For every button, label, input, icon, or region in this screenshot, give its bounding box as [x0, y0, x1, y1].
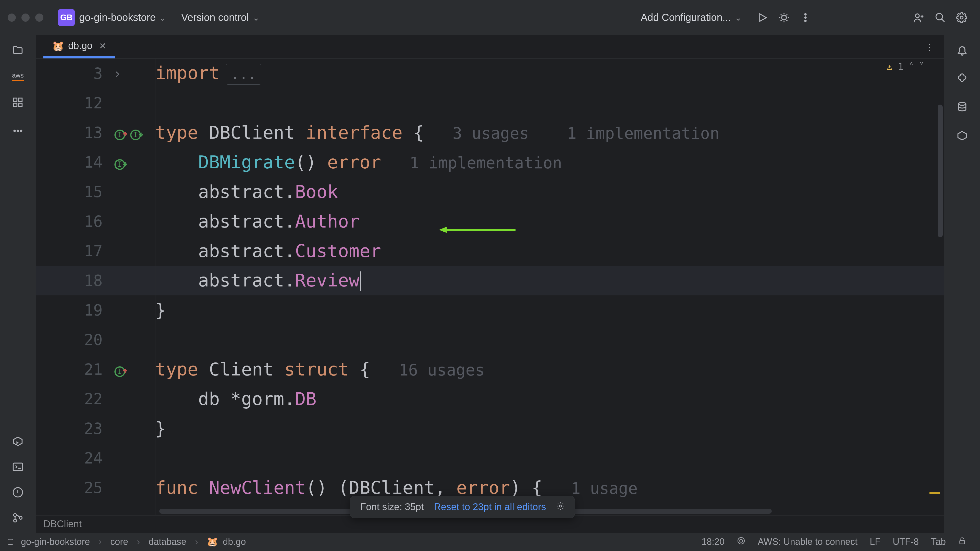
inlay-hint[interactable]: 1 usage	[542, 479, 638, 498]
code-line[interactable]: 17 abstract.Customer	[36, 236, 944, 266]
code-line[interactable]: 15 abstract.Book	[36, 177, 944, 206]
code-line[interactable]: 16 abstract.Author	[36, 206, 944, 236]
problems-tool-icon[interactable]	[11, 485, 25, 499]
line-number[interactable]: 24	[36, 449, 112, 467]
code-line[interactable]: 12	[36, 88, 944, 118]
tab-db-go[interactable]: 🐹 db.go ✕	[43, 35, 115, 59]
ai-assistant-icon[interactable]	[955, 71, 969, 86]
package-tool-icon[interactable]	[955, 129, 969, 143]
line-number[interactable]: 22	[36, 390, 112, 408]
line-number[interactable]: 3	[36, 65, 112, 83]
run-icon[interactable]	[756, 11, 770, 25]
database-tool-icon[interactable]	[955, 100, 969, 114]
close-icon[interactable]: ✕	[99, 41, 106, 51]
fold-chevron-icon[interactable]: ›	[114, 66, 121, 81]
implemented-down-icon[interactable]: I	[130, 125, 144, 140]
cursor-position[interactable]: 18:20	[702, 537, 724, 547]
notifications-icon[interactable]	[955, 43, 969, 57]
code-line[interactable]: 20	[36, 325, 944, 354]
line-number[interactable]: 14	[36, 153, 112, 171]
file-encoding[interactable]: UTF-8	[893, 537, 919, 547]
chevron-up-icon[interactable]: ˄	[909, 61, 914, 72]
code-line[interactable]: 21Itype Client struct { 16 usages	[36, 354, 944, 384]
code-text[interactable]: import...	[155, 62, 261, 85]
vcs-menu[interactable]: Version control ⌄	[181, 12, 259, 23]
chevron-down-icon[interactable]: ˅	[919, 61, 924, 72]
code-text[interactable]: }	[155, 418, 166, 439]
code-line[interactable]: 22 db *gorm.DB	[36, 384, 944, 414]
code-text[interactable]: DBMigrate() error 1 implementation	[155, 152, 562, 173]
inspections-widget[interactable]: ⚠ 1 ˄ ˅	[887, 61, 924, 72]
inlay-hint[interactable]: 16 usages	[370, 361, 485, 380]
line-number[interactable]: 12	[36, 94, 112, 112]
crumb-core[interactable]: core	[110, 537, 128, 547]
code-text[interactable]: func NewClient() (DBClient, error) { 1 u…	[155, 477, 638, 498]
inlay-hint[interactable]: 3 usages	[424, 124, 529, 143]
inlay-hint[interactable]: 1 implementation	[381, 154, 562, 172]
code-text[interactable]: abstract.Customer	[155, 241, 381, 262]
project-name[interactable]: go-gin-bookstore	[79, 12, 156, 23]
crumb-database[interactable]: database	[148, 537, 186, 547]
debug-icon[interactable]	[777, 11, 791, 25]
line-number[interactable]: 21	[36, 360, 112, 378]
line-number[interactable]: 13	[36, 124, 112, 141]
services-tool-icon[interactable]	[11, 434, 25, 448]
breadcrumb[interactable]: DBClient	[43, 519, 82, 530]
line-number[interactable]: 15	[36, 183, 112, 201]
code-text[interactable]: abstract.Author	[155, 211, 360, 232]
code-line[interactable]: 3›import...	[36, 59, 944, 88]
implements-up-icon[interactable]: I	[114, 362, 128, 376]
traffic-light-min[interactable]	[21, 14, 30, 22]
line-number[interactable]: 20	[36, 331, 112, 349]
code-line[interactable]: 19}	[36, 295, 944, 325]
folded-region[interactable]: ...	[226, 64, 261, 85]
code-line[interactable]: 24	[36, 443, 944, 473]
aws-tool-icon[interactable]: aws	[12, 71, 24, 81]
settings-icon[interactable]	[955, 11, 969, 25]
search-icon[interactable]	[933, 11, 947, 25]
reset-font-link[interactable]: Reset to 23pt in all editors	[434, 502, 546, 513]
structure-tool-icon[interactable]	[11, 95, 25, 110]
git-tool-icon[interactable]	[11, 511, 25, 525]
crumb-file[interactable]: db.go	[223, 537, 246, 547]
process-indicator-icon[interactable]	[737, 537, 746, 548]
aws-status[interactable]: AWS: Unable to connect	[758, 537, 858, 547]
code-editor[interactable]: ⚠ 1 ˄ ˅ 3›import...1213IItype DBClient i…	[36, 59, 944, 515]
warning-marker[interactable]	[929, 492, 940, 494]
code-line[interactable]: 18 abstract.Review	[36, 266, 944, 295]
line-number[interactable]: 17	[36, 242, 112, 260]
inlay-hint[interactable]: 1 implementation	[529, 124, 719, 143]
line-number[interactable]: 25	[36, 479, 112, 497]
more-icon[interactable]	[798, 11, 813, 25]
line-number[interactable]: 19	[36, 301, 112, 319]
indent-settings[interactable]: Tab	[931, 537, 946, 547]
crumb-project[interactable]: go-gin-bookstore	[21, 537, 90, 547]
more-tools-icon[interactable]	[11, 124, 25, 138]
terminal-tool-icon[interactable]	[11, 460, 25, 474]
chevron-down-icon[interactable]: ⌄	[159, 13, 166, 23]
line-number[interactable]: 18	[36, 272, 112, 289]
readonly-lock-icon[interactable]	[958, 537, 966, 547]
code-text[interactable]: abstract.Review	[155, 270, 361, 292]
traffic-light-max[interactable]	[35, 14, 43, 22]
code-line[interactable]: 14I DBMigrate() error 1 implementation	[36, 148, 944, 177]
implements-up-icon[interactable]: I	[114, 125, 128, 140]
line-separator[interactable]: LF	[870, 537, 880, 547]
line-number[interactable]: 23	[36, 420, 112, 437]
gear-icon[interactable]	[556, 502, 565, 513]
code-text[interactable]: db *gorm.DB	[155, 389, 317, 410]
navigation-breadcrumb[interactable]: go-gin-bookstore › core › database › 🐹 d…	[8, 537, 246, 547]
code-line[interactable]: 23}	[36, 414, 944, 443]
code-text[interactable]: type DBClient interface { 3 usages 1 imp…	[155, 122, 719, 143]
project-tool-icon[interactable]	[11, 43, 25, 57]
code-text[interactable]: abstract.Book	[155, 181, 338, 202]
traffic-light-close[interactable]	[8, 14, 16, 22]
run-configuration-selector[interactable]: Add Configuration... ⌄	[641, 12, 741, 23]
code-with-me-icon[interactable]	[912, 11, 926, 25]
code-line[interactable]: 13IItype DBClient interface { 3 usages 1…	[36, 118, 944, 148]
tab-options-icon[interactable]: ⋮	[925, 42, 934, 52]
scrollbar-vertical[interactable]	[938, 105, 943, 237]
code-text[interactable]: type Client struct { 16 usages	[155, 359, 485, 380]
code-text[interactable]: }	[155, 300, 166, 321]
implemented-down-icon[interactable]: I	[114, 155, 128, 169]
